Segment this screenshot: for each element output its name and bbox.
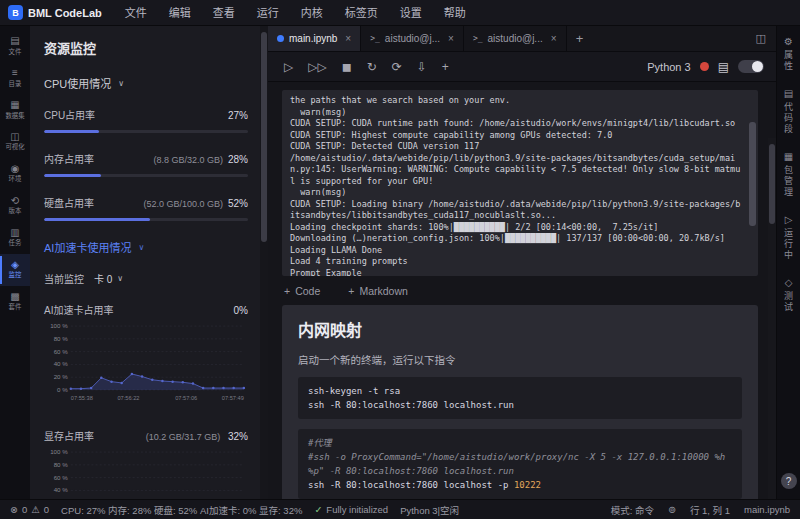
- svg-text:07:56:22: 07:56:22: [117, 395, 139, 401]
- toc-icon: ≡: [12, 67, 18, 78]
- close-icon[interactable]: ×: [448, 33, 454, 44]
- activity-item-files[interactable]: ▤文件: [0, 30, 30, 62]
- md-command-prefix: ssh -R 80:localhost:7860 localhost -p: [308, 480, 514, 490]
- md-heading: 内网映射: [298, 317, 742, 341]
- test-icon: ◇: [785, 277, 793, 288]
- activity-item-toc[interactable]: ≡目录: [0, 62, 30, 94]
- plus-icon: +: [284, 285, 290, 297]
- activity-bar: ▤文件≡目录▦数据集◫可视化◉环境⟲版本▥任务◈监控▩套件: [0, 26, 30, 499]
- vram-value: 32%: [228, 431, 248, 442]
- activity-item-label: 环境: [9, 176, 22, 183]
- panel-title: 资源监控: [44, 38, 248, 57]
- restart-run-all-icon[interactable]: ⟳: [392, 60, 402, 74]
- tab-2[interactable]: >_aistudio@j...×: [464, 26, 567, 51]
- monitor-icon: ◈: [11, 259, 19, 270]
- code-line: ssh -R 80:localhost:7860 localhost.run: [308, 398, 732, 412]
- suite-icon: ▩: [10, 291, 19, 302]
- kernel-status[interactable]: Python 3|空闲: [400, 503, 459, 517]
- menu-item-7[interactable]: 帮助: [433, 0, 477, 26]
- right-panel-properties[interactable]: ⚙属性: [782, 36, 795, 72]
- log-icon[interactable]: ▤: [718, 60, 729, 74]
- add-markdown-button[interactable]: + Markdown: [348, 285, 408, 297]
- output-scrollbar[interactable]: [749, 94, 756, 272]
- ai-section-header[interactable]: AI加速卡使用情况 ∨: [44, 239, 248, 255]
- right-panel-packages[interactable]: ▦包管理: [782, 151, 795, 198]
- activity-item-dataset[interactable]: ▦数据集: [0, 94, 30, 126]
- activity-item-monitor[interactable]: ◈监控: [0, 254, 30, 286]
- scrollbar-thumb[interactable]: [749, 122, 756, 225]
- card-select[interactable]: 卡 0 ∨: [94, 271, 123, 286]
- svg-text:07:57:06: 07:57:06: [175, 395, 197, 401]
- menu-item-6[interactable]: 设置: [389, 0, 433, 26]
- tab-1[interactable]: >_aistudio@j...×: [361, 26, 464, 51]
- help-button[interactable]: ?: [781, 473, 797, 489]
- markdown-cell[interactable]: 内网映射 启动一个新的终端，运行以下指令 ssh-keygen -t rsass…: [282, 305, 758, 499]
- interrupt-kernel-icon[interactable]: ◼: [342, 60, 352, 74]
- toggle-switch[interactable]: [738, 60, 764, 73]
- vram-usage-chart: 100 %80 %60 %40 %20 %0 %07:55:3807:56:22…: [44, 449, 248, 499]
- cursor-position[interactable]: 行 1, 列 1: [690, 503, 730, 517]
- activity-item-visualization[interactable]: ◫可视化: [0, 126, 30, 158]
- panel-scrollbar[interactable]: [260, 26, 268, 499]
- right-panel-test[interactable]: ◇测试: [782, 277, 795, 313]
- right-panel-label: 运行中: [782, 228, 795, 261]
- md-code-block-2: #代理#ssh -o ProxyCommand="/home/aistudio/…: [298, 429, 742, 499]
- save-icon[interactable]: ⇩: [417, 60, 427, 74]
- activity-item-suite[interactable]: ▩套件: [0, 286, 30, 318]
- metric-progress-fill: [44, 130, 99, 133]
- md-subtitle: 启动一个新的终端，运行以下指令: [298, 352, 742, 367]
- menu-item-4[interactable]: 内核: [290, 0, 334, 26]
- cpu-section-header[interactable]: CPU使用情况 ∨: [44, 75, 248, 91]
- menu-item-0[interactable]: 文件: [114, 0, 158, 26]
- package-icon: ▦: [784, 151, 793, 162]
- scrollbar-thumb[interactable]: [261, 32, 267, 242]
- notebook-icon: [277, 35, 284, 42]
- split-editor-icon[interactable]: ◫: [756, 32, 766, 45]
- activity-item-version[interactable]: ⟲版本: [0, 190, 30, 222]
- menu-item-2[interactable]: 查看: [202, 0, 246, 26]
- vram-label: 显存占用率: [44, 428, 94, 443]
- window-body: ▤文件≡目录▦数据集◫可视化◉环境⟲版本▥任务◈监控▩套件 资源监控 CPU使用…: [0, 26, 800, 499]
- metric-value: 27%: [228, 110, 248, 121]
- notification-icon[interactable]: ⊚: [668, 504, 676, 515]
- run-cell-icon[interactable]: ▷: [284, 60, 293, 74]
- dataset-icon: ▦: [10, 99, 19, 110]
- activity-item-tasks[interactable]: ▥任务: [0, 222, 30, 254]
- ai-section-label: AI加速卡使用情况: [44, 239, 131, 255]
- svg-text:80 %: 80 %: [54, 460, 69, 467]
- mode-indicator[interactable]: 模式: 命令: [611, 503, 654, 517]
- menu-item-1[interactable]: 编辑: [158, 0, 202, 26]
- tab-0[interactable]: main.ipynb×: [268, 26, 361, 51]
- right-panel-label: 包管理: [782, 165, 795, 198]
- tab-label: aistudio@j...: [385, 33, 440, 44]
- gpu-usage-chart: 100 %80 %60 %40 %20 %0 %07:55:3807:56:22…: [44, 323, 248, 410]
- metric-detail: (52.0 GB/100.0 GB): [143, 199, 223, 209]
- activity-item-label: 任务: [9, 240, 22, 247]
- right-panel-running[interactable]: ▷运行中: [782, 214, 795, 261]
- run-all-icon[interactable]: ▷▷: [308, 60, 326, 74]
- close-icon[interactable]: ×: [345, 33, 351, 44]
- kernel-name[interactable]: Python 3: [647, 61, 690, 73]
- right-panel-label: 测试: [782, 291, 795, 313]
- editor-scrollbar[interactable]: [768, 138, 776, 499]
- add-code-button[interactable]: + Code: [284, 285, 320, 297]
- menu-item-5[interactable]: 标签页: [334, 0, 389, 26]
- problems-indicator[interactable]: ⊗ 0 ⚠ 0: [10, 504, 49, 515]
- chevron-down-icon: ∨: [138, 243, 144, 252]
- right-panel-snippets[interactable]: ▤代码段: [782, 88, 795, 135]
- gear-icon: ⚙: [784, 36, 793, 47]
- add-cell-icon[interactable]: +: [442, 60, 449, 74]
- scrollbar-thumb[interactable]: [769, 144, 775, 224]
- close-icon[interactable]: ×: [551, 33, 557, 44]
- menu-item-3[interactable]: 运行: [246, 0, 290, 26]
- files-icon: ▤: [10, 35, 19, 46]
- activity-item-environment[interactable]: ◉环境: [0, 158, 30, 190]
- activity-item-label: 套件: [9, 304, 22, 311]
- activity-item-label: 目录: [9, 80, 22, 87]
- current-monitor-row: 当前监控 卡 0 ∨: [44, 271, 248, 286]
- svg-text:100 %: 100 %: [50, 323, 68, 329]
- activity-item-label: 监控: [9, 272, 22, 279]
- new-tab-button[interactable]: +: [567, 26, 593, 51]
- menubar-items: 文件编辑查看运行内核标签页设置帮助: [114, 0, 477, 26]
- restart-kernel-icon[interactable]: ↻: [367, 60, 377, 74]
